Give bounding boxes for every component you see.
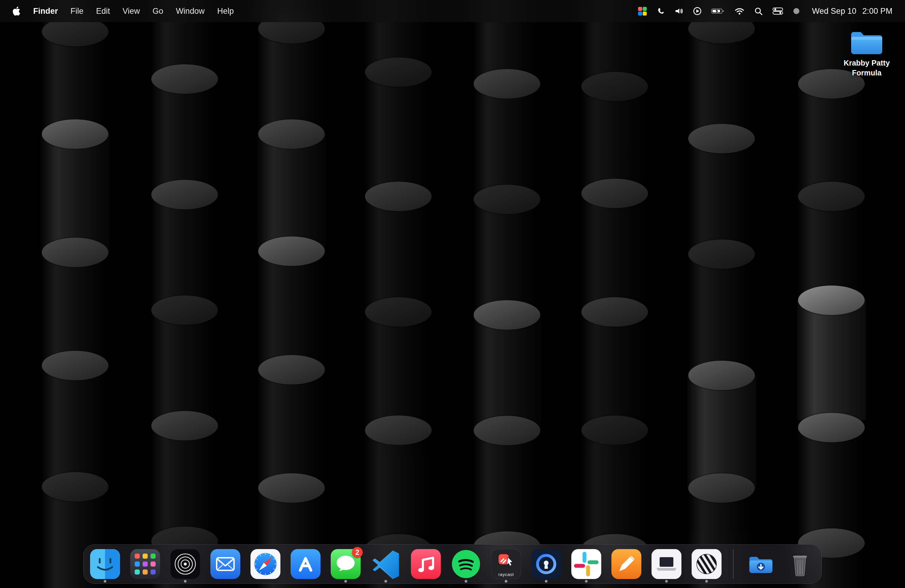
- menu-file[interactable]: File: [64, 0, 90, 22]
- speaker-icon: [675, 7, 684, 15]
- finder-icon: [90, 549, 120, 579]
- desktop-folder-krabby-patty[interactable]: Krabby Patty Formula: [838, 27, 895, 78]
- status-now-playing-icon[interactable]: [688, 7, 706, 15]
- dock-pen-app[interactable]: [611, 549, 641, 579]
- menu-view[interactable]: View: [116, 0, 146, 22]
- laptop-icon: [651, 549, 681, 579]
- play-circle-icon: [693, 7, 702, 15]
- dock-raycast[interactable]: raycast: [491, 549, 521, 579]
- apple-music-icon: [411, 549, 441, 579]
- dock-trash[interactable]: [785, 549, 815, 579]
- launchpad-icon: [130, 549, 160, 579]
- status-sound-icon[interactable]: [670, 7, 688, 15]
- search-icon: [754, 7, 763, 16]
- status-app-grid-icon[interactable]: [633, 6, 652, 16]
- folder-icon: [849, 27, 884, 56]
- dock-safari[interactable]: [251, 549, 280, 579]
- dock-striped-sphere-app[interactable]: [692, 549, 722, 579]
- running-indicator: [665, 580, 668, 583]
- striped-sphere-icon: [692, 549, 722, 579]
- messages-badge: 2: [352, 547, 363, 558]
- dock-separator: [733, 549, 734, 579]
- gray-circle-icon: [793, 8, 800, 15]
- app-store-icon: [291, 549, 321, 579]
- running-indicator: [505, 580, 508, 583]
- colorful-grid-icon: [638, 6, 647, 16]
- slack-icon: [571, 549, 601, 579]
- dock-messages[interactable]: 2: [331, 549, 360, 579]
- running-indicator: [384, 580, 387, 583]
- running-indicator: [545, 580, 548, 583]
- raycast-wordmark: raycast: [491, 572, 521, 577]
- 1password-icon: [531, 549, 561, 579]
- control-center-icon: [772, 7, 783, 15]
- running-indicator: [345, 580, 347, 583]
- concentric-rings-icon: [170, 549, 200, 579]
- dock-slack[interactable]: [571, 549, 601, 579]
- status-phone-icon[interactable]: [652, 7, 670, 15]
- menu-bar: Finder File Edit View Go Window Help: [0, 0, 905, 22]
- menu-bar-time: 2:00 PM: [862, 6, 892, 16]
- desktop-folder-label: Krabby Patty Formula: [838, 58, 895, 78]
- dock-downloads[interactable]: [745, 549, 775, 579]
- dock-launchpad[interactable]: [130, 549, 160, 579]
- running-indicator: [184, 580, 187, 583]
- menu-bar-date: Wed Sep 10: [812, 6, 856, 16]
- status-search-icon[interactable]: [749, 7, 768, 16]
- spotify-icon: [451, 549, 481, 579]
- running-indicator: [585, 580, 588, 583]
- dock-finder[interactable]: [90, 549, 120, 579]
- menu-window[interactable]: Window: [170, 0, 211, 22]
- desktop-wallpaper: [0, 0, 905, 588]
- dock-spotify[interactable]: [451, 549, 481, 579]
- safari-icon: [251, 549, 280, 579]
- menu-go[interactable]: Go: [146, 0, 170, 22]
- dock-1password[interactable]: [531, 549, 561, 579]
- apple-menu[interactable]: [10, 6, 27, 16]
- trash-icon: [785, 549, 815, 579]
- vscode-icon: [371, 549, 401, 579]
- dock-mail[interactable]: [210, 549, 240, 579]
- status-menubar-extra-icon[interactable]: [788, 8, 805, 15]
- menu-app-name[interactable]: Finder: [27, 0, 64, 22]
- dock-vscode[interactable]: [371, 549, 401, 579]
- status-battery-icon[interactable]: [706, 8, 730, 15]
- dock-screen-app[interactable]: [651, 549, 681, 579]
- downloads-folder-icon: [745, 549, 775, 579]
- status-control-center-icon[interactable]: [768, 7, 788, 15]
- menu-edit[interactable]: Edit: [90, 0, 116, 22]
- mail-icon: [210, 549, 240, 579]
- phone-icon: [657, 7, 665, 15]
- desktop: Finder File Edit View Go Window Help: [0, 0, 905, 588]
- dock: 2: [83, 544, 822, 584]
- running-indicator: [465, 580, 467, 583]
- status-wifi-icon[interactable]: [730, 7, 749, 15]
- pen-icon: [611, 549, 641, 579]
- dock-rings-app[interactable]: [170, 549, 200, 579]
- menu-bar-status: Wed Sep 10 2:00 PM: [633, 0, 892, 22]
- menu-bar-left: Finder File Edit View Go Window Help: [10, 0, 240, 22]
- running-indicator: [104, 580, 106, 583]
- apple-logo-icon: [12, 6, 21, 16]
- battery-charging-icon: [711, 8, 725, 15]
- menu-bar-clock[interactable]: Wed Sep 10 2:00 PM: [812, 6, 892, 16]
- running-indicator: [705, 580, 708, 583]
- wifi-icon: [734, 7, 745, 15]
- dock-music[interactable]: [411, 549, 441, 579]
- menu-help[interactable]: Help: [211, 0, 240, 22]
- dock-app-store[interactable]: [291, 549, 321, 579]
